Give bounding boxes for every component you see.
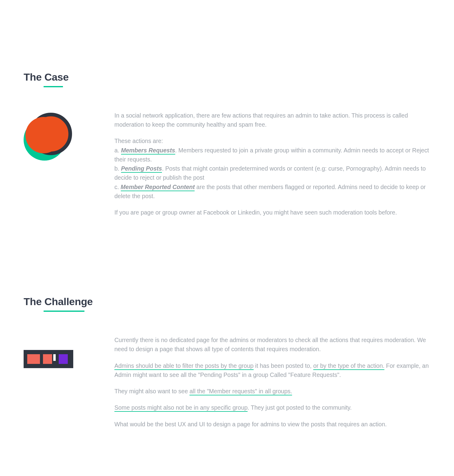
highlight-all-member-requests: all the "Member requests" in all groups. (189, 388, 292, 395)
highlight-filter-by-group: Admins should be able to filter the post… (114, 362, 254, 370)
panel-block (59, 354, 68, 364)
term-member-reported-content: Member Reported Content (121, 184, 195, 191)
challenge-p3: They might also want to see all the "Mem… (114, 387, 430, 396)
case-actions-block: These actions are: a. Members Requests. … (114, 136, 430, 201)
panels-icon (24, 350, 73, 368)
item-b-prefix: b. (114, 165, 121, 172)
heading-the-case: The Case (24, 71, 430, 83)
p3-lead: They might also want to see (114, 388, 189, 394)
section-body: In a social network application, there a… (24, 111, 430, 217)
term-members-requests: Members Requests (121, 147, 175, 155)
icon-column (24, 335, 72, 429)
text-column: Currently there is no dedicated page for… (114, 335, 430, 429)
item-c-prefix: c. (114, 184, 121, 190)
heading-the-challenge: The Challenge (24, 296, 430, 308)
panel-block (43, 354, 56, 364)
document-page: The Case In a social network application… (0, 0, 454, 476)
panel-block (27, 354, 40, 364)
p2-mid: it has been posted to, (254, 362, 313, 369)
item-a-prefix: a. (114, 147, 121, 154)
actions-lead: These actions are: (114, 138, 163, 144)
p4-rest: . They just got posted to the community. (248, 404, 352, 411)
challenge-p5: What would be the best UX and UI to desi… (114, 420, 430, 429)
heading-underline (44, 86, 63, 87)
challenge-p4: Some posts might also not be in any spec… (114, 403, 430, 412)
term-pending-posts: Pending Posts (121, 165, 162, 173)
section-the-case: The Case In a social network application… (24, 71, 430, 217)
highlight-by-type: or by the type of the action. (313, 362, 384, 370)
highlight-no-specific-group: Some posts might also not be in any spec… (114, 404, 248, 412)
case-footer: If you are page or group owner at Facebo… (114, 208, 430, 217)
heading-underline (44, 311, 84, 312)
challenge-p1: Currently there is no dedicated page for… (114, 335, 430, 354)
case-intro: In a social network application, there a… (114, 111, 430, 129)
section-the-challenge: The Challenge Currently there is no dedi… (24, 296, 430, 429)
text-column: In a social network application, there a… (114, 111, 430, 217)
section-body: Currently there is no dedicated page for… (24, 335, 430, 429)
circle-shape-icon (24, 113, 72, 161)
icon-column (24, 111, 72, 217)
challenge-p2: Admins should be able to filter the post… (114, 361, 430, 379)
